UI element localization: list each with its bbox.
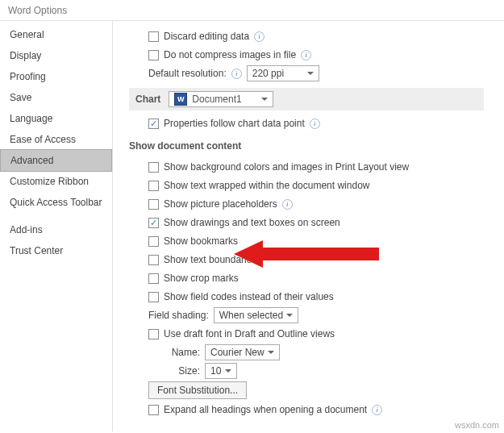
sidebar-item-general[interactable]: General [0,24,112,45]
do-not-compress-label: Do not compress images in file [164,49,296,60]
sidebar-item-ease-of-access[interactable]: Ease of Access [0,129,112,150]
sidebar-item-display[interactable]: Display [0,45,112,66]
show-placeholders-checkbox[interactable] [148,199,159,210]
show-fieldcodes-checkbox[interactable] [148,292,159,302]
show-bounds-checkbox[interactable] [148,255,159,265]
field-shading-select[interactable]: When selected [214,307,298,323]
field-shading-label: Field shading: [148,310,209,321]
discard-editing-data-checkbox[interactable] [148,31,159,42]
show-drawings-label: Show drawings and text boxes on screen [164,217,340,228]
show-document-content-title: Show document content [129,134,504,156]
sidebar-item-add-ins[interactable]: Add-ins [0,219,112,240]
sidebar-item-quick-access-toolbar[interactable]: Quick Access Toolbar [0,192,112,213]
font-name-select[interactable]: Courier New [205,344,280,360]
sidebar-item-language[interactable]: Language [0,108,112,129]
font-size-label: Size: [168,365,200,377]
chart-section-title: Chart [135,94,160,105]
show-bookmarks-checkbox[interactable] [148,236,159,247]
draft-font-label: Use draft font in Draft and Outline view… [164,328,335,339]
window-title: Word Options [0,0,504,20]
draft-font-checkbox[interactable] [148,329,159,339]
discard-editing-data-label: Discard editing data [164,31,249,42]
info-icon[interactable] [254,31,264,42]
show-bounds-label: Show text boundaries [164,254,256,265]
show-wrap-label: Show text wrapped within the document wi… [164,180,369,191]
info-icon[interactable] [282,199,293,210]
show-fieldcodes-label: Show field codes instead of their values [164,291,334,302]
properties-follow-checkbox[interactable] [148,119,159,129]
properties-follow-label: Properties follow chart data point [164,118,305,129]
expand-headings-label: Expand all headings when opening a docum… [164,404,367,415]
word-doc-icon: W [174,93,187,106]
sidebar-item-trust-center[interactable]: Trust Center [0,240,112,261]
default-resolution-select[interactable]: 220 ppi [247,65,319,81]
show-bg-label: Show background colors and images in Pri… [164,161,409,173]
sidebar-item-save[interactable]: Save [0,87,112,108]
sidebar: General Display Proofing Save Language E… [0,21,113,431]
info-icon[interactable] [372,405,382,415]
show-drawings-checkbox[interactable] [148,218,159,228]
watermark: wsxdn.com [455,420,499,430]
sidebar-item-proofing[interactable]: Proofing [0,66,112,87]
sidebar-item-customize-ribbon[interactable]: Customize Ribbon [0,171,112,192]
default-resolution-label: Default resolution: [148,68,227,79]
info-icon[interactable] [301,50,311,60]
do-not-compress-checkbox[interactable] [148,50,159,60]
expand-headings-checkbox[interactable] [148,405,159,415]
main-panel: Discard editing data Do not compress ima… [113,21,504,431]
chart-document-select[interactable]: W Document1 [169,91,273,107]
show-wrap-checkbox[interactable] [148,181,159,191]
info-icon[interactable] [231,69,242,79]
font-substitution-button[interactable]: Font Substitution... [148,381,247,399]
font-size-select[interactable]: 10 [205,363,237,379]
sidebar-item-advanced[interactable]: Advanced [0,149,112,172]
show-bookmarks-label: Show bookmarks [164,235,238,247]
show-placeholders-label: Show picture placeholders [164,198,277,210]
show-bg-checkbox[interactable] [148,162,159,173]
info-icon[interactable] [310,119,320,129]
show-crop-label: Show crop marks [164,273,239,284]
chart-section-header: Chart W Document1 [129,88,484,110]
font-name-label: Name: [168,347,200,358]
show-crop-checkbox[interactable] [148,273,159,284]
